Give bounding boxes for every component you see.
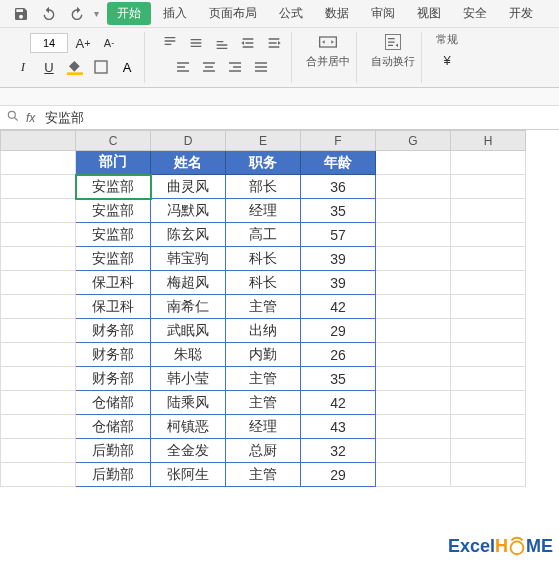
cell-name[interactable]: 南希仁: [151, 295, 226, 319]
cell-dept[interactable]: 安监部: [76, 223, 151, 247]
cell-title[interactable]: 高工: [226, 223, 301, 247]
cell-title[interactable]: 经理: [226, 199, 301, 223]
header-cell[interactable]: 职务: [226, 151, 301, 175]
header-cell[interactable]: 年龄: [301, 151, 376, 175]
cell-dept[interactable]: 财务部: [76, 343, 151, 367]
col-header[interactable]: C: [76, 131, 151, 151]
merge-button[interactable]: 合并居中: [306, 32, 350, 69]
cell-dept[interactable]: 安监部: [76, 247, 151, 271]
align-left-icon[interactable]: [172, 56, 194, 78]
tab-formula[interactable]: 公式: [269, 2, 313, 25]
cell-name[interactable]: 朱聪: [151, 343, 226, 367]
cell-age[interactable]: 26: [301, 343, 376, 367]
cell-title[interactable]: 科长: [226, 247, 301, 271]
tab-start[interactable]: 开始: [107, 2, 151, 25]
cell-dept[interactable]: 仓储部: [76, 391, 151, 415]
cell-name[interactable]: 梅超风: [151, 271, 226, 295]
cell-age[interactable]: 57: [301, 223, 376, 247]
cell-title[interactable]: 主管: [226, 463, 301, 487]
spreadsheet[interactable]: C D E F G H 部门 姓名 职务 年龄 安监部 曲灵风 部长 36 安监…: [0, 130, 559, 487]
cell-title[interactable]: 科长: [226, 271, 301, 295]
decrease-font-icon[interactable]: A-: [98, 32, 120, 54]
font-size-input[interactable]: [30, 33, 68, 53]
border-icon[interactable]: [90, 56, 112, 78]
tab-dev[interactable]: 开发: [499, 2, 543, 25]
italic-icon[interactable]: I: [12, 56, 34, 78]
cell-age[interactable]: 32: [301, 439, 376, 463]
cell-age[interactable]: 35: [301, 367, 376, 391]
cell-dept[interactable]: 财务部: [76, 319, 151, 343]
cell-age[interactable]: 39: [301, 271, 376, 295]
redo-icon[interactable]: [66, 3, 88, 25]
align-middle-icon[interactable]: [185, 32, 207, 54]
cell-age[interactable]: 42: [301, 295, 376, 319]
name-box-icon[interactable]: [6, 109, 20, 126]
tab-layout[interactable]: 页面布局: [199, 2, 267, 25]
cell-age[interactable]: 39: [301, 247, 376, 271]
align-bottom-icon[interactable]: [211, 32, 233, 54]
increase-font-icon[interactable]: A+: [72, 32, 94, 54]
font-color-icon[interactable]: A: [116, 56, 138, 78]
save-icon[interactable]: [10, 3, 32, 25]
cell-name[interactable]: 柯镇恶: [151, 415, 226, 439]
cell-title[interactable]: 出纳: [226, 319, 301, 343]
cell-dept[interactable]: 安监部: [76, 175, 151, 199]
cell-age[interactable]: 35: [301, 199, 376, 223]
cell-dept[interactable]: 保卫科: [76, 295, 151, 319]
cell-name[interactable]: 韩小莹: [151, 367, 226, 391]
cell-name[interactable]: 全金发: [151, 439, 226, 463]
cell-age[interactable]: 36: [301, 175, 376, 199]
cell-title[interactable]: 主管: [226, 367, 301, 391]
currency-icon[interactable]: ¥: [436, 49, 458, 71]
cell-title[interactable]: 部长: [226, 175, 301, 199]
cell-name[interactable]: 曲灵风: [151, 175, 226, 199]
cell-dept[interactable]: 安监部: [76, 199, 151, 223]
format-label[interactable]: 常规: [436, 32, 458, 47]
cell-name[interactable]: 陆乘风: [151, 391, 226, 415]
header-cell[interactable]: 姓名: [151, 151, 226, 175]
header-cell[interactable]: 部门: [76, 151, 151, 175]
col-header[interactable]: G: [376, 131, 451, 151]
cell-age[interactable]: 43: [301, 415, 376, 439]
cell-title[interactable]: 主管: [226, 391, 301, 415]
cell-name[interactable]: 冯默风: [151, 199, 226, 223]
qat-dropdown-icon[interactable]: ▾: [94, 8, 99, 19]
fill-color-icon[interactable]: [64, 56, 86, 78]
tab-review[interactable]: 审阅: [361, 2, 405, 25]
cell-title[interactable]: 总厨: [226, 439, 301, 463]
formula-input[interactable]: 安监部: [41, 107, 553, 129]
cell-name[interactable]: 韩宝驹: [151, 247, 226, 271]
cell-name[interactable]: 武眠风: [151, 319, 226, 343]
fx-label[interactable]: fx: [26, 111, 35, 125]
cell-name[interactable]: 陈玄风: [151, 223, 226, 247]
cell-title[interactable]: 内勤: [226, 343, 301, 367]
col-header[interactable]: E: [226, 131, 301, 151]
cell-dept[interactable]: 后勤部: [76, 439, 151, 463]
cell-dept[interactable]: 仓储部: [76, 415, 151, 439]
align-justify-icon[interactable]: [250, 56, 272, 78]
tab-data[interactable]: 数据: [315, 2, 359, 25]
col-header[interactable]: D: [151, 131, 226, 151]
cell-age[interactable]: 42: [301, 391, 376, 415]
underline-icon[interactable]: U: [38, 56, 60, 78]
cell-dept[interactable]: 财务部: [76, 367, 151, 391]
cell-age[interactable]: 29: [301, 463, 376, 487]
tab-insert[interactable]: 插入: [153, 2, 197, 25]
cell-title[interactable]: 经理: [226, 415, 301, 439]
indent-left-icon[interactable]: [237, 32, 259, 54]
cell-title[interactable]: 主管: [226, 295, 301, 319]
cell-dept[interactable]: 保卫科: [76, 271, 151, 295]
corner-cell[interactable]: [1, 131, 76, 151]
align-top-icon[interactable]: [159, 32, 181, 54]
align-center-icon[interactable]: [198, 56, 220, 78]
cell-age[interactable]: 29: [301, 319, 376, 343]
wrap-button[interactable]: 自动换行: [371, 32, 415, 69]
cell-dept[interactable]: 后勤部: [76, 463, 151, 487]
undo-icon[interactable]: [38, 3, 60, 25]
tab-security[interactable]: 安全: [453, 2, 497, 25]
indent-right-icon[interactable]: [263, 32, 285, 54]
cell-name[interactable]: 张阿生: [151, 463, 226, 487]
align-right-icon[interactable]: [224, 56, 246, 78]
col-header[interactable]: H: [451, 131, 526, 151]
tab-view[interactable]: 视图: [407, 2, 451, 25]
